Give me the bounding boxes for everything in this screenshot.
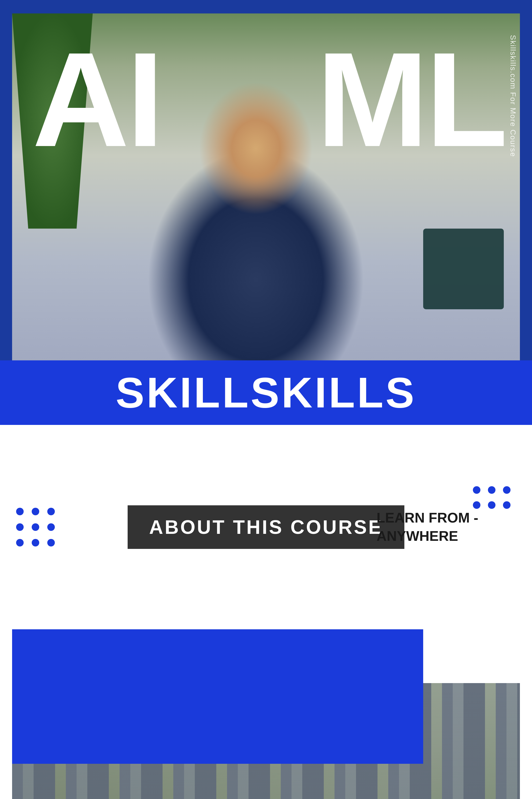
hero-title-ai: AI [32,32,161,167]
hero-section: Skillskills.com For More Course AI ML SK… [0,0,532,425]
hero-brand-text: SKILLSKILLS [116,368,416,417]
dot-7 [16,539,24,546]
dot-r5 [488,501,495,509]
dot-r4 [473,501,480,509]
dot-r1 [473,486,480,494]
dot-9 [47,539,55,546]
about-course-badge[interactable]: ABOUT THIS COURSE [128,505,404,549]
dot-1 [16,508,24,515]
dots-pattern-right [473,486,511,509]
learn-from-line1: LEARN FROM - [377,510,478,526]
dot-5 [32,523,39,531]
hero-dots-decoration [423,229,504,309]
learn-from-text: LEARN FROM - ANYWHERE [377,509,478,545]
dot-6 [47,523,55,531]
dot-4 [16,523,24,531]
dot-3 [47,508,55,515]
learn-from-line2: ANYWHERE [377,528,458,544]
watermark-text: Skillskills.com For More Course [509,35,517,157]
hero-brand-bar: SKILLSKILLS [0,360,532,425]
dot-8 [32,539,39,546]
dot-2 [32,508,39,515]
dot-r2 [488,486,495,494]
dot-r3 [503,486,511,494]
blue-decorative-block [12,629,423,764]
selfdriving-section: FOR FULL SELF-DRIVING [0,629,532,799]
dot-r6 [503,501,511,509]
middle-section: ABOUT THIS COURSE LEARN FROM - ANYWHERE [0,425,532,629]
dots-pattern-left [16,508,55,546]
hero-title-ml: ML [317,32,505,167]
about-course-text: ABOUT THIS COURSE [149,516,383,538]
